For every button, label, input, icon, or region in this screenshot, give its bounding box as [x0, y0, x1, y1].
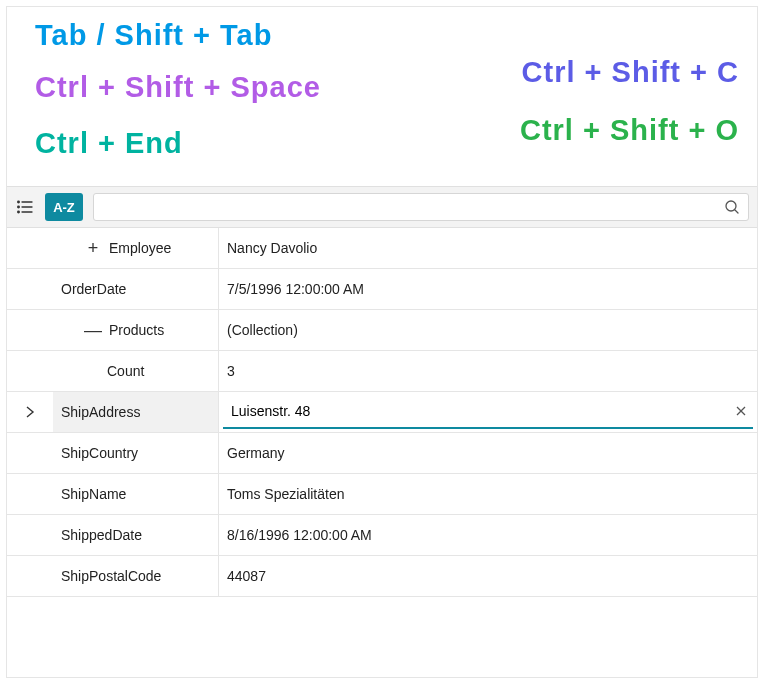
row-value[interactable]: 3	[219, 351, 757, 391]
grid-row-selected[interactable]: ShipAddress	[7, 392, 757, 433]
grid-row[interactable]: + Employee Nancy Davolio	[7, 228, 757, 269]
row-value[interactable]: 7/5/1996 12:00:00 AM	[219, 269, 757, 309]
list-view-icon[interactable]	[15, 197, 35, 217]
grid-row[interactable]: ShipName Toms Spezialitäten	[7, 474, 757, 515]
property-grid: + Employee Nancy Davolio OrderDate 7/5/1…	[7, 228, 757, 597]
page: Tab / Shift + Tab Ctrl + Shift + C Ctrl …	[6, 6, 758, 678]
svg-point-4	[18, 206, 20, 208]
row-value[interactable]: 8/16/1996 12:00:00 AM	[219, 515, 757, 555]
row-gutter	[7, 228, 53, 268]
row-value[interactable]: Nancy Davolio	[219, 228, 757, 268]
shortcut-ctrl-end: Ctrl + End	[35, 127, 183, 160]
row-key-label: ShipCountry	[61, 445, 138, 461]
value-input[interactable]	[223, 395, 729, 429]
row-value[interactable]: 44087	[219, 556, 757, 596]
row-value[interactable]: Germany	[219, 433, 757, 473]
toolbar: A-Z	[7, 186, 757, 228]
shortcut-ctrl-space: Ctrl + Shift + Space	[35, 71, 321, 104]
sort-label: A-Z	[53, 200, 75, 215]
row-key: ShippedDate	[53, 515, 219, 555]
row-value[interactable]: Toms Spezialitäten	[219, 474, 757, 514]
clear-icon[interactable]	[729, 395, 753, 429]
search-box[interactable]	[93, 193, 749, 221]
row-key-label: ShipAddress	[61, 404, 140, 420]
svg-point-6	[726, 201, 736, 211]
grid-row[interactable]: Count 3	[7, 351, 757, 392]
row-key: ShipAddress	[53, 392, 219, 432]
row-key-label: OrderDate	[61, 281, 126, 297]
shortcut-ctrl-c: Ctrl + Shift + C	[522, 56, 739, 89]
row-indicator-icon	[7, 392, 53, 432]
row-gutter	[7, 269, 53, 309]
row-gutter	[7, 515, 53, 555]
row-gutter	[7, 556, 53, 596]
row-key-label: Count	[107, 363, 144, 379]
row-key: ShipName	[53, 474, 219, 514]
sort-button[interactable]: A-Z	[45, 193, 83, 221]
row-key-label: ShippedDate	[61, 527, 142, 543]
row-gutter	[7, 310, 53, 350]
grid-row[interactable]: ShipCountry Germany	[7, 433, 757, 474]
row-key: OrderDate	[53, 269, 219, 309]
shortcut-ctrl-o: Ctrl + Shift + O	[520, 114, 739, 147]
grid-row[interactable]: OrderDate 7/5/1996 12:00:00 AM	[7, 269, 757, 310]
svg-line-7	[735, 210, 738, 213]
grid-row[interactable]: ShippedDate 8/16/1996 12:00:00 AM	[7, 515, 757, 556]
row-key: + Employee	[53, 228, 219, 268]
grid-row[interactable]: ShipPostalCode 44087	[7, 556, 757, 597]
row-key: — Products	[53, 310, 219, 350]
shortcuts-panel: Tab / Shift + Tab Ctrl + Shift + C Ctrl …	[7, 7, 757, 186]
expand-icon[interactable]: +	[83, 238, 103, 259]
search-icon[interactable]	[724, 199, 740, 215]
row-key: ShipPostalCode	[53, 556, 219, 596]
row-key: Count	[53, 351, 219, 391]
row-gutter	[7, 433, 53, 473]
row-gutter	[7, 474, 53, 514]
row-key-label: ShipPostalCode	[61, 568, 161, 584]
row-value[interactable]: (Collection)	[219, 310, 757, 350]
row-value-editor[interactable]	[219, 392, 757, 432]
shortcut-tab: Tab / Shift + Tab	[35, 19, 272, 52]
row-key-label: Products	[109, 322, 164, 338]
svg-point-3	[18, 201, 20, 203]
search-input[interactable]	[102, 199, 724, 215]
collapse-icon[interactable]: —	[83, 320, 103, 341]
row-gutter	[7, 351, 53, 391]
row-key-label: ShipName	[61, 486, 126, 502]
svg-point-5	[18, 211, 20, 213]
row-key-label: Employee	[109, 240, 171, 256]
grid-row[interactable]: — Products (Collection)	[7, 310, 757, 351]
row-key: ShipCountry	[53, 433, 219, 473]
